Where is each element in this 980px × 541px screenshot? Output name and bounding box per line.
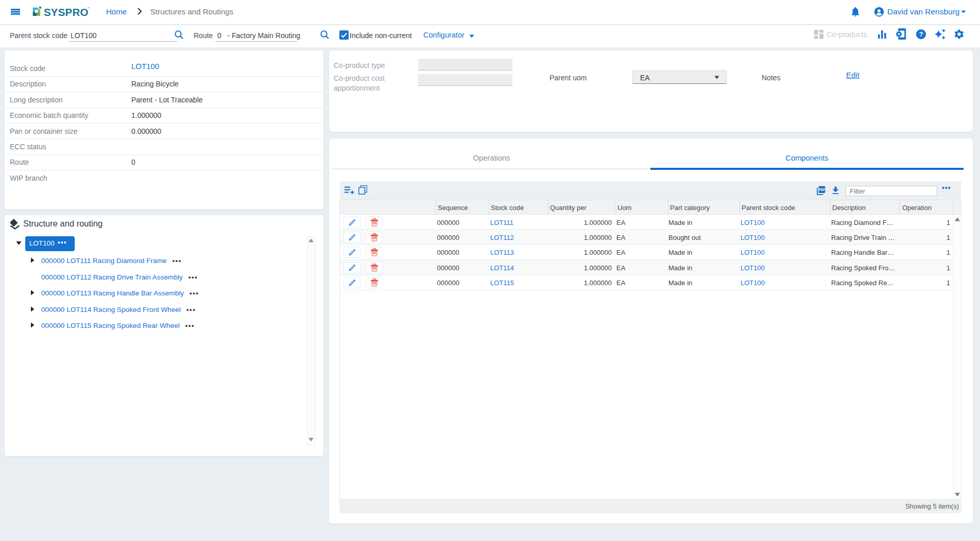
svg-text:?: ?	[919, 30, 923, 38]
svg-text:™: ™	[87, 7, 90, 10]
svg-text:PDF: PDF	[818, 188, 825, 191]
svg-text:SYSPRO: SYSPRO	[44, 7, 89, 17]
